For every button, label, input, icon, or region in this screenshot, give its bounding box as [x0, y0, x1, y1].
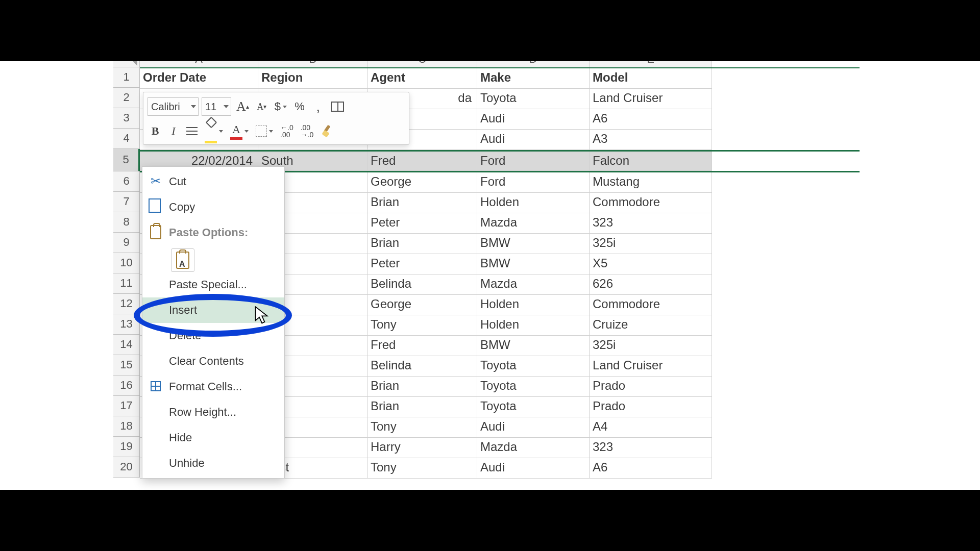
cell[interactable]: Region	[258, 68, 368, 89]
row-header[interactable]: 6	[113, 171, 140, 192]
row-header[interactable]: 19	[113, 437, 140, 457]
row-header[interactable]: 11	[113, 273, 140, 294]
cell[interactable]: Model	[590, 68, 712, 89]
paste-option-button[interactable]: A	[171, 248, 194, 272]
row-header-selected[interactable]: 5	[113, 149, 140, 171]
cell[interactable]: Land Cruiser	[590, 89, 712, 109]
cell[interactable]: Belinda	[368, 356, 477, 377]
cell[interactable]: Audi	[477, 458, 590, 479]
cell[interactable]: 323	[590, 438, 712, 458]
cell[interactable]: Harry	[368, 438, 477, 458]
cell[interactable]: Audi	[477, 130, 590, 150]
row-header[interactable]: 14	[113, 335, 140, 355]
column-header-a[interactable]: A	[140, 61, 258, 67]
cell[interactable]: 325i	[590, 336, 712, 356]
cell[interactable]: BMW	[477, 234, 590, 254]
cell[interactable]: Land Cruiser	[590, 356, 712, 377]
cell[interactable]: Holden	[477, 315, 590, 336]
menu-item-delete[interactable]: Delete	[142, 323, 284, 348]
table-row[interactable]: Order Date Region Agent Make Model	[140, 68, 860, 89]
comma-format-button[interactable]: ,	[310, 97, 326, 116]
row-header[interactable]: 10	[113, 253, 140, 273]
row-header[interactable]: 2	[113, 88, 140, 108]
borders-button[interactable]	[254, 122, 275, 140]
column-header-b[interactable]: B	[258, 61, 368, 67]
row-header[interactable]: 18	[113, 416, 140, 437]
cell[interactable]: Mazda	[477, 438, 590, 458]
column-header-e[interactable]: E	[590, 61, 712, 67]
cell[interactable]: 626	[590, 274, 712, 295]
column-header-c[interactable]: C	[368, 61, 477, 67]
menu-item-row-height[interactable]: Row Height...	[142, 399, 284, 425]
cell[interactable]: Ford	[477, 152, 590, 171]
menu-item-hide[interactable]: Hide	[142, 425, 284, 450]
cell[interactable]: Holden	[477, 193, 590, 213]
percent-format-button[interactable]: %	[292, 97, 307, 116]
row-header[interactable]: 17	[113, 396, 140, 416]
cell[interactable]: Toyota	[477, 89, 590, 109]
increase-font-button[interactable]: A▴	[234, 97, 251, 116]
cell[interactable]: George	[368, 295, 477, 315]
row-header[interactable]: 8	[113, 212, 140, 233]
cell[interactable]: A6	[590, 458, 712, 479]
cell[interactable]: Belinda	[368, 274, 477, 295]
cell[interactable]: Prado	[590, 397, 712, 417]
menu-item-insert[interactable]: Insert	[142, 297, 284, 323]
align-button[interactable]	[184, 122, 200, 140]
cell[interactable]: Brian	[368, 377, 477, 397]
italic-button[interactable]: I	[166, 122, 181, 140]
cell[interactable]: Toyota	[477, 377, 590, 397]
increase-decimal-button[interactable]: .00→.0	[299, 122, 316, 140]
menu-item-format-cells[interactable]: Format Cells...	[142, 374, 284, 399]
cell[interactable]: Mustang	[590, 172, 712, 193]
cell[interactable]: Audi	[477, 417, 590, 438]
row-header[interactable]: 20	[113, 457, 140, 478]
cell[interactable]: Tony	[368, 315, 477, 336]
fill-color-button[interactable]	[203, 122, 225, 140]
cell[interactable]: Toyota	[477, 356, 590, 377]
row-header[interactable]: 3	[113, 108, 140, 129]
cell[interactable]: Audi	[477, 109, 590, 130]
cell[interactable]: Tony	[368, 458, 477, 479]
cell[interactable]: Agent	[368, 68, 477, 89]
cell[interactable]: BMW	[477, 336, 590, 356]
font-size-dropdown[interactable]: 11	[202, 97, 231, 116]
cell[interactable]: Order Date	[140, 68, 258, 89]
select-all-corner[interactable]	[113, 61, 140, 67]
cell[interactable]: BMW	[477, 254, 590, 274]
cell[interactable]: A4	[590, 417, 712, 438]
cell[interactable]: X5	[590, 254, 712, 274]
cell[interactable]: Ford	[477, 172, 590, 193]
cell[interactable]: A6	[590, 109, 712, 130]
cell[interactable]: Tony	[368, 417, 477, 438]
bold-button[interactable]: B	[148, 122, 163, 140]
menu-item-clear-contents[interactable]: Clear Contents	[142, 348, 284, 374]
row-header[interactable]: 16	[113, 375, 140, 396]
menu-item-copy[interactable]: Copy	[142, 194, 284, 220]
row-header[interactable]: 13	[113, 314, 140, 335]
cell[interactable]: Peter	[368, 254, 477, 274]
merge-cells-button[interactable]	[329, 97, 346, 116]
cell[interactable]: Mazda	[477, 274, 590, 295]
decrease-decimal-button[interactable]: ←.0.00	[278, 122, 296, 140]
cell[interactable]: Commodore	[590, 193, 712, 213]
format-painter-button[interactable]	[318, 122, 335, 140]
currency-format-button[interactable]: $	[273, 97, 289, 116]
cell[interactable]: A3	[590, 130, 712, 150]
cell[interactable]: 323	[590, 213, 712, 234]
row-header[interactable]: 12	[113, 294, 140, 314]
menu-item-cut[interactable]: Cut	[142, 169, 284, 194]
cell[interactable]: 325i	[590, 234, 712, 254]
cell[interactable]: Mazda	[477, 213, 590, 234]
decrease-font-button[interactable]: A▾	[254, 97, 270, 116]
row-header[interactable]: 9	[113, 233, 140, 253]
cell[interactable]: Falcon	[590, 152, 712, 171]
cell[interactable]: Brian	[368, 193, 477, 213]
cell[interactable]: Make	[477, 68, 590, 89]
cell[interactable]: Brian	[368, 397, 477, 417]
cell[interactable]: Commodore	[590, 295, 712, 315]
row-header[interactable]: 15	[113, 355, 140, 375]
cell[interactable]: Fred	[368, 336, 477, 356]
cell[interactable]: Toyota	[477, 397, 590, 417]
cell[interactable]: Fred	[368, 152, 477, 171]
